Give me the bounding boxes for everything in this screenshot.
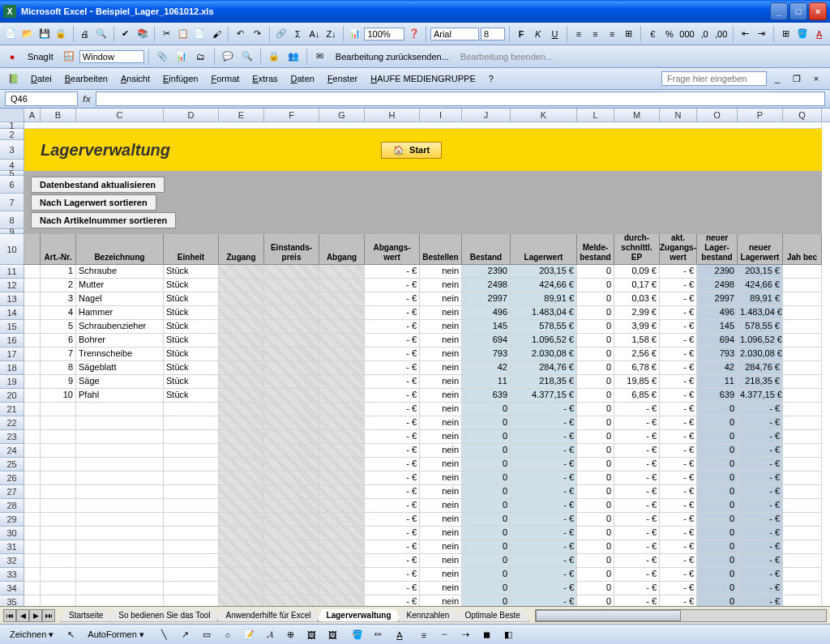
3d-icon[interactable]: ◧ [499,626,517,644]
cell[interactable] [24,348,41,361]
neuer-bestand[interactable]: 0 [697,430,738,444]
neuer-lagerwert[interactable]: - € [738,513,783,527]
bestand[interactable]: 2997 [462,292,511,306]
meldebestand[interactable]: 0 [577,416,614,430]
cell[interactable] [24,403,41,416]
cell[interactable] [24,430,41,444]
zugangswert[interactable]: - € [660,306,697,320]
abgang[interactable] [319,471,365,485]
bestand[interactable]: 0 [462,444,511,458]
neuer-bestand[interactable]: 0 [697,485,738,499]
col-header-E[interactable]: E [219,109,264,122]
abgangswert[interactable]: - € [365,361,420,375]
cell[interactable] [24,265,41,279]
einheit[interactable] [164,595,219,606]
bestellen[interactable]: nein [420,320,462,334]
lagerwert[interactable]: - € [511,458,577,471]
durchschnitt-ep[interactable]: 6,78 € [614,361,660,375]
zugang[interactable] [219,279,264,292]
cell[interactable] [783,499,822,513]
bestand[interactable]: 0 [462,582,511,595]
font-size-select[interactable] [481,28,505,41]
durchschnitt-ep[interactable]: - € [614,485,660,499]
autoshapes-menu[interactable]: AutoFormen ▾ [83,628,149,642]
zugang[interactable] [219,361,264,375]
bestand[interactable]: 793 [462,348,511,361]
abgangswert[interactable]: - € [365,279,420,292]
bestand[interactable]: 639 [462,389,511,403]
art-nr[interactable]: 5 [41,320,76,334]
lagerwert[interactable]: - € [511,416,577,430]
neuer-lagerwert[interactable]: - € [738,527,783,540]
abgangswert[interactable]: - € [365,568,420,582]
menu-einfügen[interactable]: Einfügen [156,71,204,86]
einheit[interactable]: Stück [164,389,219,403]
italic-icon[interactable]: K [530,25,545,43]
col-header-label[interactable]: Bestellen [420,234,462,265]
abgangswert[interactable]: - € [365,485,420,499]
row-header[interactable]: 19 [0,375,24,389]
arrow-icon[interactable]: ↗ [177,626,195,644]
neuer-bestand[interactable]: 0 [697,403,738,416]
abgang[interactable] [319,320,365,334]
abgangswert[interactable]: - € [365,513,420,527]
cell[interactable] [783,375,822,389]
abgang[interactable] [319,416,365,430]
art-nr[interactable]: 10 [41,389,76,403]
art-nr[interactable]: 8 [41,361,76,375]
oval-icon[interactable]: ○ [219,626,237,644]
merge-icon[interactable]: ⊞ [622,25,637,43]
abgangswert[interactable]: - € [365,595,420,606]
abgang[interactable] [319,348,365,361]
cell[interactable] [24,361,41,375]
lagerwert[interactable]: - € [511,582,577,595]
zugangswert[interactable]: - € [660,527,697,540]
bezeichnung[interactable] [76,403,164,416]
row-header[interactable]: 12 [0,279,24,292]
meldebestand[interactable]: 0 [577,595,614,606]
start-button[interactable]: 🏠Start [381,142,442,159]
col-header-label[interactable]: akt. Zugangs-wert [660,234,697,265]
bestellen[interactable]: nein [420,416,462,430]
meldebestand[interactable]: 0 [577,568,614,582]
meldebestand[interactable]: 0 [577,554,614,568]
bezeichnung[interactable] [76,430,164,444]
einstandspreis[interactable] [264,458,319,471]
autosum-icon[interactable]: Σ [290,25,306,43]
lagerwert[interactable]: - € [511,485,577,499]
select-objects-icon[interactable]: ↖ [62,626,79,644]
fill-color-draw-icon[interactable]: 🪣 [349,626,366,644]
bestand[interactable]: 0 [462,527,511,540]
snagit-window-icon[interactable]: 🪟 [60,48,78,66]
einheit[interactable] [164,540,219,554]
bezeichnung[interactable] [76,444,164,458]
zugangswert[interactable]: - € [660,265,697,279]
cell[interactable] [24,279,41,292]
art-nr[interactable] [41,527,76,540]
lagerwert[interactable]: - € [511,499,577,513]
neuer-bestand[interactable]: 0 [697,554,738,568]
lagerwert[interactable]: - € [511,527,577,540]
col-header-F[interactable]: F [264,109,319,122]
lagerwert[interactable]: 424,66 € [511,279,577,292]
einheit[interactable] [164,416,219,430]
zugangswert[interactable]: - € [660,389,697,403]
header-spacer[interactable] [24,234,41,265]
col-header-label[interactable]: neuer Lagerwert [738,234,783,265]
zugang[interactable] [219,595,264,606]
abgang[interactable] [319,540,365,554]
row-header[interactable]: 27 [0,485,24,499]
zugangswert[interactable]: - € [660,568,697,582]
einheit[interactable] [164,554,219,568]
currency-icon[interactable]: € [645,25,661,43]
bestellen[interactable]: nein [420,458,462,471]
bestellen[interactable]: nein [420,485,462,499]
percent-icon[interactable]: % [662,25,678,43]
abgangswert[interactable]: - € [365,403,420,416]
meldebestand[interactable]: 0 [577,458,614,471]
abgang[interactable] [319,361,365,375]
zugang[interactable] [219,568,264,582]
col-header-J[interactable]: J [462,109,511,122]
zugangswert[interactable]: - € [660,361,697,375]
einheit[interactable] [164,444,219,458]
